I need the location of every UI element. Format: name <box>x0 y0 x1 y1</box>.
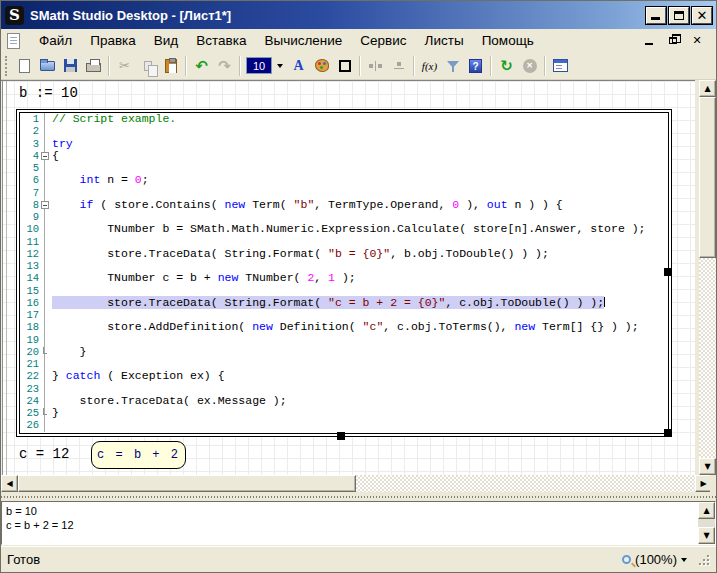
trace-output-panel[interactable]: b = 10c = b + 2 = 12 ▲ ▼ <box>1 501 716 545</box>
trace-panel-splitter[interactable] <box>1 493 716 501</box>
code-line[interactable]: 2 <box>20 125 668 137</box>
save-button[interactable] <box>59 55 82 77</box>
code-line[interactable]: 25} <box>20 407 668 419</box>
mdi-close-button[interactable]: ✕ <box>690 34 704 47</box>
menu-calculation[interactable]: Вычисление <box>255 31 351 50</box>
scroll-down-button[interactable]: ▼ <box>699 458 716 475</box>
code-editor[interactable]: 1// Script example.23try4{56 int n = 0;7… <box>19 112 669 434</box>
fold-marker[interactable] <box>43 347 47 354</box>
code-line[interactable]: 1// Script example. <box>20 113 668 125</box>
code-text[interactable]: TNumber c = b + new TNumber( 2, 1 ); <box>45 272 668 284</box>
math-region-expression-box[interactable]: c = b + 2 <box>91 441 186 469</box>
resize-handle-bottom[interactable] <box>337 432 345 440</box>
horizontal-scrollbar-track[interactable] <box>356 475 695 492</box>
menu-edit[interactable]: Правка <box>81 31 145 50</box>
code-text[interactable]: { <box>45 150 668 162</box>
menu-view[interactable]: Вид <box>145 31 187 50</box>
zoom-control[interactable]: (100%) <box>622 552 710 567</box>
help-button[interactable]: ? <box>464 55 487 77</box>
fold-marker[interactable] <box>41 152 49 160</box>
print-button[interactable] <box>82 55 105 77</box>
font-color-button[interactable]: A <box>287 55 310 77</box>
code-text[interactable]: TNumber b = SMath.Math.Numeric.Expressio… <box>45 223 668 235</box>
code-text[interactable]: // Script example. <box>45 113 668 125</box>
close-button[interactable]: ✕ <box>692 7 712 24</box>
background-color-button[interactable] <box>310 55 333 77</box>
title-bar[interactable]: S SMath Studio Desktop - [Лист1*] ✕ <box>1 1 716 29</box>
vertical-scrollbar-thumb[interactable] <box>699 97 716 258</box>
copy-button[interactable] <box>136 55 159 77</box>
vertical-separator-button[interactable] <box>387 55 410 77</box>
code-line[interactable]: 4{ <box>20 150 668 162</box>
code-text[interactable] <box>45 334 668 346</box>
code-line[interactable]: 16 store.TraceData( String.Format( "c = … <box>20 297 668 309</box>
undo-button[interactable]: ↶ <box>190 55 213 77</box>
math-region-b-definition[interactable]: b := 10 <box>19 85 78 101</box>
toolbar-grip[interactable] <box>5 56 9 76</box>
worksheet-horizontal-scrollbar[interactable]: ◀ ▶ <box>1 475 712 492</box>
new-button[interactable] <box>13 55 36 77</box>
code-text[interactable]: try <box>45 138 668 150</box>
code-line[interactable]: 18 store.AddDefinition( new Definition( … <box>20 321 668 333</box>
code-text[interactable]: store.TraceData( String.Format( "c = b +… <box>45 297 668 309</box>
code-text[interactable]: store.TraceData( String.Format( "b = {0}… <box>45 248 668 260</box>
scroll-left-button[interactable]: ◀ <box>1 475 18 492</box>
cut-button[interactable]: ✂ <box>113 55 136 77</box>
scroll-up-button[interactable]: ▲ <box>699 80 716 97</box>
worksheet-vertical-scrollbar[interactable]: ▲ ▼ <box>699 80 716 475</box>
code-line[interactable]: 26 <box>20 419 668 431</box>
redo-button[interactable]: ↷ <box>213 55 236 77</box>
code-line[interactable]: 24 store.TraceData( ex.Message ); <box>20 395 668 407</box>
code-text[interactable]: if ( store.Contains( new Term( "b", Term… <box>45 199 668 211</box>
filter-button[interactable] <box>441 55 464 77</box>
code-text[interactable]: } <box>45 407 668 419</box>
fold-marker[interactable] <box>43 408 47 415</box>
recalculate-button[interactable]: ↻ <box>495 55 518 77</box>
function-button[interactable]: f(x) <box>418 55 441 77</box>
vertical-scrollbar-track[interactable] <box>699 258 716 458</box>
menu-sheets[interactable]: Листы <box>416 31 473 50</box>
code-text[interactable] <box>45 125 668 137</box>
scroll-up-button[interactable]: ▲ <box>698 502 715 519</box>
code-line[interactable]: 8 if ( store.Contains( new Term( "b", Te… <box>20 199 668 211</box>
menu-help[interactable]: Помощь <box>473 31 543 50</box>
code-text[interactable]: int n = 0; <box>45 174 668 186</box>
open-button[interactable] <box>36 55 59 77</box>
code-text[interactable]: } catch ( Exception ex) { <box>45 370 668 382</box>
worksheet-canvas[interactable]: b := 10 1// Script example.23try4{56 int… <box>1 80 695 475</box>
side-panel-button[interactable] <box>549 55 572 77</box>
horizontal-scrollbar-thumb[interactable] <box>18 475 356 492</box>
fold-marker[interactable] <box>41 201 49 209</box>
trace-vertical-scrollbar[interactable]: ▲ ▼ <box>698 502 715 544</box>
mdi-minimize-button[interactable] <box>642 34 656 47</box>
code-line[interactable]: 10 TNumber b = SMath.Math.Numeric.Expres… <box>20 223 668 235</box>
code-text[interactable] <box>45 419 668 431</box>
horizontal-separator-button[interactable] <box>364 55 387 77</box>
border-button[interactable] <box>333 55 356 77</box>
code-text[interactable]: store.TraceData( ex.Message ); <box>45 395 668 407</box>
math-region-c-result[interactable]: c = 12 <box>19 446 69 462</box>
menu-file[interactable]: Файл <box>30 31 81 50</box>
chevron-down-icon[interactable] <box>681 558 687 562</box>
mdi-restore-button[interactable] <box>666 34 680 47</box>
stop-button[interactable]: ✕ <box>518 55 541 77</box>
font-size-dropdown-button[interactable] <box>272 57 287 74</box>
code-text[interactable]: store.AddDefinition( new Definition( "c"… <box>45 321 668 333</box>
document-icon[interactable] <box>7 33 20 49</box>
font-size-input[interactable]: 10 <box>246 57 272 74</box>
code-line[interactable]: 3try <box>20 138 668 150</box>
maximize-button[interactable] <box>669 7 689 24</box>
code-line[interactable]: 22} catch ( Exception ex) { <box>20 370 668 382</box>
code-line[interactable]: 6 int n = 0; <box>20 174 668 186</box>
code-text[interactable]: } <box>45 346 668 358</box>
resize-grip[interactable] <box>697 553 710 566</box>
code-snippet-region[interactable]: 1// Script example.23try4{56 int n = 0;7… <box>16 109 672 437</box>
code-line[interactable]: 20 } <box>20 346 668 358</box>
code-line[interactable]: 19 <box>20 334 668 346</box>
minimize-button[interactable] <box>646 7 666 24</box>
menu-tools[interactable]: Сервис <box>351 31 415 50</box>
resize-handle-right[interactable] <box>664 268 672 276</box>
menu-insert[interactable]: Вставка <box>187 31 255 50</box>
code-line[interactable]: 12 store.TraceData( String.Format( "b = … <box>20 248 668 260</box>
code-line[interactable]: 14 TNumber c = b + new TNumber( 2, 1 ); <box>20 272 668 284</box>
